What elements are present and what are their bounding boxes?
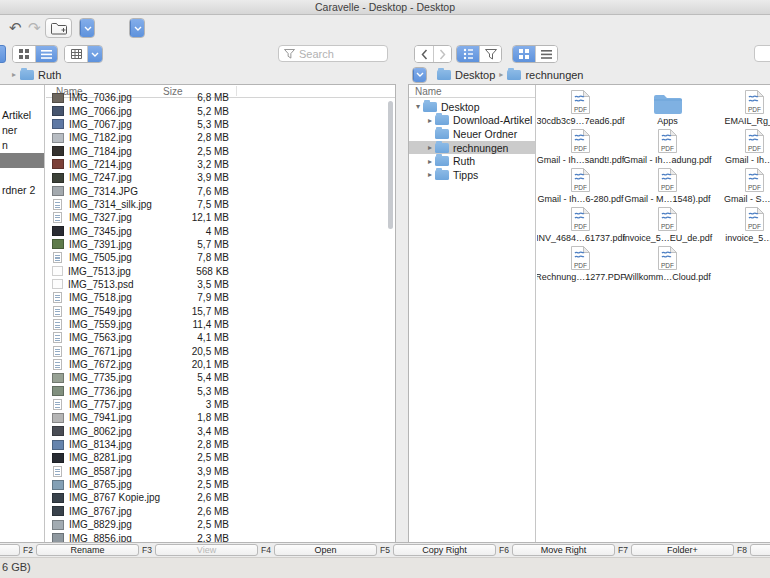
file-icon-cell[interactable]: PDFGmail - S…tigu: [711, 166, 770, 205]
file-row[interactable]: IMG_7735.jpg5,4 MB: [46, 371, 395, 384]
tree-view-button[interactable]: [457, 46, 479, 62]
filter-funnel-button[interactable]: [479, 46, 501, 62]
file-row[interactable]: IMG_7513.psd3,5 MB: [46, 278, 395, 291]
sidebar-tree-item[interactable]: ner: [0, 123, 44, 138]
new-folder-button[interactable]: [45, 18, 72, 38]
file-row[interactable]: IMG_7247.jpg3,9 MB: [46, 171, 395, 184]
tree-item[interactable]: ▸Download-Artikel: [409, 114, 535, 128]
file-row[interactable]: IMG_8829.jpg2,5 MB: [46, 518, 395, 531]
search-input[interactable]: [299, 48, 382, 60]
file-row[interactable]: IMG_7757.jpg3 MB: [46, 398, 395, 411]
file-row[interactable]: IMG_8281.jpg2,5 MB: [46, 451, 395, 464]
file-row[interactable]: IMG_8062.jpg3,4 MB: [46, 425, 395, 438]
left-search-field[interactable]: [278, 45, 388, 62]
file-icon-cell[interactable]: PDFGmail - Ih…6-280.pdf: [537, 166, 624, 205]
breadcrumb-folder-label[interactable]: Ruth: [38, 69, 61, 81]
disclosure-collapsed-icon[interactable]: ▸: [425, 157, 435, 166]
view-options-dropdown-button[interactable]: [87, 46, 102, 62]
file-row[interactable]: IMG_7736.jpg5,3 MB: [46, 385, 395, 398]
icon-view-button[interactable]: [513, 46, 535, 62]
file-icon-cell[interactable]: PDFinvoice_5…_D: [711, 205, 770, 244]
fn-button-clipped[interactable]: [750, 544, 770, 556]
back-chevron-button[interactable]: [415, 46, 433, 62]
file-row[interactable]: IMG_7671.jpg20,5 MB: [46, 345, 395, 358]
file-row[interactable]: IMG_8765.jpg2,5 MB: [46, 478, 395, 491]
file-icon-cell[interactable]: PDFGmail - Ih…Sh: [711, 127, 770, 166]
file-row[interactable]: IMG_8587.jpg3,9 MB: [46, 465, 395, 478]
file-icon-cell[interactable]: PDFINV_4684…61737.pdf: [537, 205, 624, 244]
file-row[interactable]: IMG_7563.jpg4,1 MB: [46, 331, 395, 344]
file-row[interactable]: IMG_7941.jpg1,8 MB: [46, 411, 395, 424]
tree-item[interactable]: ▸Tipps: [409, 168, 535, 182]
file-row[interactable]: IMG_7513.jpg568 KB: [46, 264, 395, 277]
file-icon-cell[interactable]: PDF30cdb3c9…7ead6.pdf: [537, 88, 624, 127]
vertical-scrollbar-thumb[interactable]: [388, 101, 393, 229]
disclosure-collapsed-icon[interactable]: ▸: [425, 143, 435, 152]
file-row[interactable]: IMG_7549.jpg15,7 MB: [46, 305, 395, 318]
file-row[interactable]: IMG_7214.jpg3,2 MB: [46, 158, 395, 171]
list-view-button[interactable]: [35, 46, 57, 62]
right-search-field-clipped[interactable]: [754, 45, 770, 62]
sidebar-tree-item[interactable]: [0, 168, 44, 183]
title-bar[interactable]: Caravelle - Desktop - Desktop: [0, 0, 770, 15]
file-icon-cell[interactable]: PDFinvoice_5…EU_de.pdf: [624, 205, 711, 244]
fn-button-clipped[interactable]: [0, 544, 20, 556]
file-row[interactable]: IMG_7182.jpg2,8 MB: [46, 131, 395, 144]
sidebar-tree-item[interactable]: Artikel: [0, 108, 44, 123]
file-row[interactable]: IMG_7518.jpg7,9 MB: [46, 291, 395, 304]
disclosure-collapsed-icon[interactable]: ▸: [425, 116, 435, 125]
tree-item[interactable]: ▸Ruth: [409, 154, 535, 168]
sidebar-tree-item[interactable]: [0, 153, 44, 168]
file-row[interactable]: IMG_7036.jpg6,8 MB: [46, 91, 395, 104]
file-row[interactable]: IMG_8767.jpg2,6 MB: [46, 505, 395, 518]
file-icon-cell[interactable]: Apps: [624, 88, 711, 127]
file-row[interactable]: IMG_8134.jpg2,8 MB: [46, 438, 395, 451]
file-icon-cell[interactable]: PDFGmail - Ih…sandt!.pdf: [537, 127, 624, 166]
back-arrow-icon[interactable]: ↶: [9, 18, 22, 38]
file-icon-cell[interactable]: PDFWillkomm…Cloud.pdf: [624, 244, 711, 283]
eye-dropdown-button[interactable]: [130, 19, 144, 37]
breadcrumb-item-desktop[interactable]: Desktop: [455, 69, 495, 81]
fn-button-view[interactable]: View: [155, 544, 258, 556]
tree-item[interactable]: Neuer Ordner: [409, 127, 535, 141]
file-row[interactable]: IMG_7672.jpg20,1 MB: [46, 358, 395, 371]
file-row[interactable]: IMG_7327.jpg12,1 MB: [46, 211, 395, 224]
file-row[interactable]: IMG_7314_silk.jpg7,5 MB: [46, 198, 395, 211]
fn-button-open[interactable]: Open: [274, 544, 377, 556]
icon-view-button[interactable]: [13, 46, 35, 62]
file-row[interactable]: IMG_8856.jpg2,3 MB: [46, 531, 395, 542]
breadcrumb-item-rechnungen[interactable]: rechnungen: [525, 69, 583, 81]
file-row[interactable]: IMG_7067.jpg5,3 MB: [46, 118, 395, 131]
forward-chevron-button[interactable]: [433, 46, 451, 62]
disclosure-collapsed-icon[interactable]: ▸: [12, 70, 16, 79]
file-icon-cell[interactable]: PDFGmail - M…1548).pdf: [624, 166, 711, 205]
crumb-dropdown-button[interactable]: [413, 68, 426, 82]
tree-item[interactable]: ▾Desktop: [409, 100, 535, 114]
file-row[interactable]: IMG_7345.jpg4 MB: [46, 224, 395, 237]
file-icon-cell[interactable]: PDFGmail - Ih…adung.pdf: [624, 127, 711, 166]
fn-button-move-right[interactable]: Move Right: [512, 544, 615, 556]
clipped-segment-button[interactable]: [0, 45, 6, 63]
fn-button-rename[interactable]: Rename: [36, 544, 139, 556]
file-row[interactable]: IMG_7505.jpg7,8 MB: [46, 251, 395, 264]
list-view-button[interactable]: [535, 46, 557, 62]
tree-column-header[interactable]: Name: [409, 85, 535, 98]
forward-arrow-icon[interactable]: ↷: [28, 18, 41, 38]
tree-item[interactable]: ▸rechnungen: [409, 141, 535, 155]
fn-button-folder-[interactable]: Folder+: [631, 544, 734, 556]
file-row[interactable]: IMG_7391.jpg5,7 MB: [46, 238, 395, 251]
column-view-button[interactable]: [65, 46, 87, 62]
file-row[interactable]: IMG_7314.JPG7,6 MB: [46, 184, 395, 197]
sidebar-tree-item[interactable]: n: [0, 138, 44, 153]
file-icon-cell[interactable]: PDFEMAIL_Rg_De: [711, 88, 770, 127]
disclosure-expanded-icon[interactable]: ▾: [413, 102, 423, 111]
disclosure-collapsed-icon[interactable]: ▸: [425, 170, 435, 179]
gear-dropdown-button[interactable]: [80, 19, 94, 37]
fn-button-copy-right[interactable]: Copy Right: [393, 544, 496, 556]
sidebar-tree-item[interactable]: rdner 2: [0, 183, 44, 198]
file-icon-cell[interactable]: PDFRechnung…1277.PDF: [537, 244, 624, 283]
file-row[interactable]: IMG_7559.jpg11,4 MB: [46, 318, 395, 331]
file-row[interactable]: IMG_8767 Kopie.jpg2,6 MB: [46, 491, 395, 504]
file-row[interactable]: IMG_7066.jpg5,2 MB: [46, 104, 395, 117]
file-row[interactable]: IMG_7184.jpg2,5 MB: [46, 144, 395, 157]
